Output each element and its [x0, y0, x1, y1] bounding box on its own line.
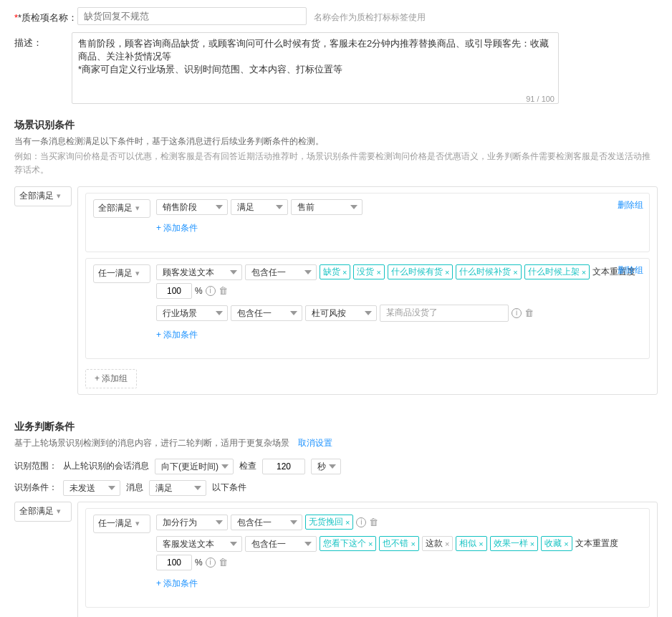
business-inner-conditions: 任一满足 ▾ 加分行为 包含任一 无货挽回 ×	[77, 502, 658, 617]
desc-row: 描述： 91 / 100	[14, 32, 658, 106]
tag-meihuo: 没货 ×	[353, 264, 384, 279]
tag-quehuo: 缺货 ×	[320, 264, 350, 279]
scene-g2-c1-op[interactable]: 包含任一	[245, 264, 317, 280]
business-desc-row: 基于上轮场景识别检测到的消息内容，进行二轮判断，适用于更复杂场景 取消设置	[14, 436, 658, 450]
biz-g1-c1-tags: 无货挽回 ×	[305, 515, 353, 530]
chevron-icon: ▾	[135, 269, 140, 278]
trash-icon-g2c1[interactable]: 🗑	[219, 285, 228, 296]
scene-g2-cond2: 行业场景 包含任一 杜可风按 i 🗑	[156, 305, 642, 322]
biz-g1-add-condition[interactable]: + 添加条件	[156, 576, 198, 591]
info-icon-g2c1[interactable]: i	[206, 286, 216, 296]
condition-label: 识别条件：	[14, 482, 57, 494]
scene-g2-c2-text[interactable]	[380, 305, 509, 322]
tag-yebutuo: 也不错 ×	[379, 536, 418, 551]
scene-g1-type-select[interactable]: 销售阶段	[156, 199, 228, 215]
business-group1: 任一满足 ▾ 加分行为 包含任一 无货挽回 ×	[85, 508, 650, 608]
scene-group1-satisfy[interactable]: 全部满足 ▾	[93, 199, 150, 218]
biz-g1-c2-type[interactable]: 客服发送文本	[156, 536, 242, 552]
tag-ninkanzhe: 您看下这个 ×	[320, 536, 376, 551]
scope-unit-select[interactable]: 秒	[311, 459, 341, 474]
condition-op-select[interactable]: 满足	[149, 480, 206, 496]
chevron-icon: ▾	[57, 191, 61, 201]
trash-icon-g2c2[interactable]: 🗑	[524, 307, 534, 318]
biz-g1-c1-type[interactable]: 加分行为	[156, 515, 228, 530]
name-input[interactable]	[77, 7, 307, 25]
scene-g1-add-condition[interactable]: + 添加条件	[156, 221, 198, 236]
condition-label-row: 识别条件： 未发送 消息 满足 以下条件	[14, 480, 658, 496]
business-outer-satisfy[interactable]: 全部满足 ▾	[14, 502, 72, 522]
scope-check-label: 检查	[239, 460, 256, 472]
tag-shenmeshihouyouhuo: 什么时候有货 ×	[388, 264, 453, 279]
scene-g1-op-select[interactable]: 满足	[231, 199, 288, 215]
name-label: **质检项名称：	[14, 7, 77, 24]
business-title: 业务判断条件	[14, 421, 75, 434]
business-section-header: 业务判断条件	[14, 408, 658, 436]
tag-shenmeshihoushangja: 什么时候上架 ×	[524, 264, 590, 279]
trash-icon-biz-c1[interactable]: 🗑	[369, 517, 378, 527]
scene-title: 场景识别条件	[14, 119, 658, 132]
tag-xiangsishu: 相似 ×	[456, 536, 486, 551]
tag-zhekuan: 这款 ×	[422, 536, 453, 551]
scene-group1-header: 全部满足 ▾ 销售阶段 满足 售前	[93, 199, 642, 241]
scene-g2-c2-op[interactable]: 包含任一	[231, 305, 302, 321]
scene-g2-c1-type[interactable]: 顾客发送文本	[156, 264, 242, 280]
tag-xiaoguoyiyang: 效果一样 ×	[490, 536, 538, 551]
scope-from: 从上轮识别的会话消息	[63, 460, 149, 472]
scene-group2-satisfy[interactable]: 任一满足 ▾	[93, 264, 150, 283]
scene-outer-box: 全部满足 ▾ 全部满足 ▾ 销售阶段 满足	[14, 186, 658, 395]
percent-input-biz-c2[interactable]	[156, 555, 192, 570]
chevron-icon: ▾	[135, 519, 140, 528]
info-icon-g2c2[interactable]: i	[512, 308, 522, 318]
scene-outer-satisfy[interactable]: 全部满足 ▾	[14, 186, 72, 206]
scene-g1-value-select[interactable]: 售前	[291, 199, 363, 215]
tag-shenmeshihoubuuo: 什么时候补货 ×	[456, 264, 521, 279]
business-group1-conditions: 加分行为 包含任一 无货挽回 × i 🗑 客	[156, 515, 642, 597]
scope-check-input[interactable]	[262, 459, 305, 474]
scene-desc-line1: 当有一条消息检测满足以下条件时，基于这条消息进行后续业务判断条件的检测。	[14, 135, 658, 148]
scope-direction-select[interactable]: 向下(更近时间)	[155, 459, 234, 474]
biz-g1-cond2: 客服发送文本 包含任一 您看下这个 × 也不错 × 这款 × 相似 × 效果一样…	[156, 536, 642, 570]
cancel-settings-link[interactable]: 取消设置	[298, 436, 332, 450]
scene-group1: 全部满足 ▾ 销售阶段 满足 售前	[85, 193, 650, 252]
desc-label: 描述：	[14, 32, 72, 49]
info-icon-biz-c1[interactable]: i	[356, 517, 366, 527]
scene-group2-header: 任一满足 ▾ 顾客发送文本 包含任一 缺货 × 没货 ×	[93, 264, 642, 348]
condition-type-label: 消息	[126, 482, 143, 494]
biz-g1-c2-tags: 您看下这个 × 也不错 × 这款 × 相似 × 效果一样 × 收藏 ×	[320, 536, 572, 551]
scene-group2-delete[interactable]: 删除组	[618, 264, 643, 277]
scene-group2-add: + 添加条件	[156, 327, 642, 343]
business-group1-header: 任一满足 ▾ 加分行为 包含任一 无货挽回 ×	[93, 515, 642, 597]
chevron-icon: ▾	[57, 507, 61, 516]
char-count: 91 / 100	[526, 95, 555, 103]
scene-add-group-btn[interactable]: + 添加组	[85, 369, 137, 388]
biz-g1-c1-op[interactable]: 包含任一	[231, 515, 302, 530]
chevron-icon: ▾	[135, 204, 140, 213]
scene-group1-delete[interactable]: 删除组	[618, 199, 643, 211]
percent-input-g2c1[interactable]	[156, 283, 192, 299]
scene-inner-conditions: 全部满足 ▾ 销售阶段 满足 售前	[77, 186, 658, 395]
biz-g1-cond1: 加分行为 包含任一 无货挽回 × i 🗑	[156, 515, 642, 530]
scene-group2-conditions: 顾客发送文本 包含任一 缺货 × 没货 × 什么时候有货 × 什么时候补货 × …	[156, 264, 642, 348]
scene-group1-add: + 添加条件	[156, 221, 642, 236]
scene-g2-add-condition[interactable]: + 添加条件	[156, 327, 198, 343]
condition-suffix: 以下条件	[212, 482, 246, 494]
business-outer-box: 全部满足 ▾ 任一满足 ▾ 加分行为 包含任一	[14, 502, 658, 617]
scene-g2-c2-type[interactable]: 行业场景	[156, 305, 228, 321]
biz-g1-c2-op[interactable]: 包含任一	[245, 536, 317, 552]
scene-desc-line2: 例如：当买家询问价格是否可以优惠，检测客服是否有回答近期活动推荐时，场景识别条件…	[14, 150, 658, 177]
scope-label: 识别范围：	[14, 460, 57, 472]
trash-icon-biz-c2[interactable]: 🗑	[219, 557, 228, 568]
condition-status-select[interactable]: 未发送	[63, 480, 120, 496]
biz-group1-add: + 添加条件	[156, 576, 642, 591]
similarity-label-biz-c2: 文本重置度	[575, 537, 618, 550]
scene-group2: 任一满足 ▾ 顾客发送文本 包含任一 缺货 × 没货 ×	[85, 258, 650, 359]
business-group1-satisfy[interactable]: 任一满足 ▾	[93, 515, 150, 533]
scene-group1-cond1: 销售阶段 满足 售前	[156, 199, 642, 215]
scene-desc: 当有一条消息检测满足以下条件时，基于这条消息进行后续业务判断条件的检测。 例如：…	[14, 135, 658, 178]
tag-wuhuowanhu: 无货挽回 ×	[305, 515, 353, 530]
business-desc: 基于上轮场景识别检测到的消息内容，进行二轮判断，适用于更复杂场景	[14, 436, 289, 450]
desc-textarea[interactable]	[72, 32, 559, 104]
scope-row: 识别范围： 从上轮识别的会话消息 向下(更近时间) 检查 秒	[14, 459, 658, 474]
info-icon-biz-c2[interactable]: i	[206, 558, 216, 568]
scene-g2-c2-value[interactable]: 杜可风按	[305, 305, 377, 321]
